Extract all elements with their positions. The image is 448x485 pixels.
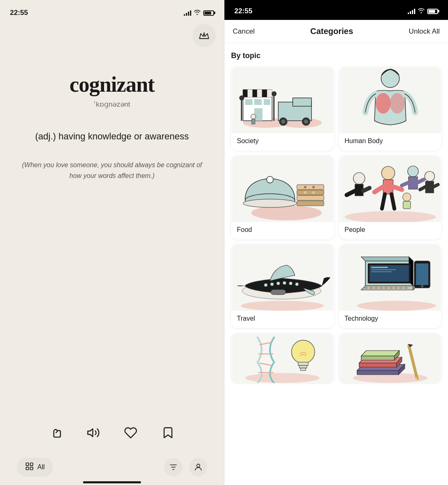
svg-rect-29 [241,98,242,121]
categories-grid: Society [231,67,441,383]
wifi-icon [194,10,201,16]
svg-point-23 [281,119,285,124]
crown-button[interactable] [192,24,216,47]
svg-rect-3 [30,467,33,470]
svg-rect-19 [264,99,270,105]
category-image-people [339,156,442,222]
svg-rect-31 [273,94,275,121]
word-definition: (adj.) having knowledge or awareness [19,129,206,143]
category-card-technology[interactable]: Technology [339,244,442,328]
category-image-education [339,333,442,383]
category-label-travel: Travel [231,311,334,328]
category-image-technology [339,244,442,311]
svg-point-65 [264,283,268,287]
category-label-food: Food [231,222,334,239]
svg-rect-16 [254,108,263,121]
svg-point-93 [245,373,320,383]
svg-rect-86 [394,287,397,289]
profile-button[interactable] [189,458,207,476]
svg-rect-10 [243,90,248,97]
svg-point-33 [381,69,399,88]
svg-point-49 [312,191,315,194]
favorite-button[interactable] [122,424,139,441]
svg-rect-83 [379,287,382,289]
svg-rect-61 [403,201,410,209]
category-card-human-body[interactable]: Human Body [339,67,442,151]
category-label-society: Society [231,133,334,151]
category-label-people: People [339,222,442,239]
category-card-society[interactable]: Society [231,67,334,151]
unlock-all-button[interactable]: Unlock All [409,27,440,36]
svg-rect-77 [371,267,387,268]
category-image-food [231,156,334,222]
svg-point-66 [270,283,274,286]
svg-rect-101 [301,368,306,370]
category-card-science[interactable] [231,333,334,383]
right-battery-icon [427,9,438,14]
svg-rect-27 [252,119,255,124]
svg-point-98 [292,340,315,363]
svg-rect-87 [399,287,402,289]
action-bar [0,424,224,453]
word-phonetic: ˈkɒɡnəzənt [94,100,130,109]
svg-rect-11 [248,90,253,97]
grid-icon [25,462,34,473]
category-card-travel[interactable]: Travel [231,244,334,328]
cancel-button[interactable]: Cancel [233,27,255,36]
svg-rect-43 [297,190,324,195]
category-card-food[interactable]: Food [231,156,334,239]
svg-rect-84 [384,287,387,289]
left-status-time: 22:55 [10,9,28,17]
word-title: cognizant [70,72,155,97]
share-button[interactable] [48,424,64,441]
signal-icon [184,10,191,16]
svg-rect-81 [369,287,373,289]
svg-rect-21 [293,98,312,106]
filter-button[interactable] [164,458,183,476]
right-panel: 22:55 Cancel Categories Unlock Al [224,0,448,485]
category-card-people[interactable]: People [339,156,442,239]
svg-rect-13 [257,90,262,97]
svg-rect-85 [389,287,392,289]
svg-rect-88 [404,287,407,289]
svg-point-34 [375,93,390,114]
svg-point-69 [289,282,292,285]
svg-point-91 [421,285,423,288]
svg-point-40 [267,176,273,183]
category-card-education[interactable] [339,333,442,383]
svg-rect-82 [374,287,377,289]
svg-point-26 [251,114,256,119]
svg-rect-18 [254,99,262,105]
right-signal-icon [408,8,415,14]
category-label-technology: Technology [339,311,442,328]
bookmark-button[interactable] [160,424,176,441]
svg-point-48 [304,191,307,194]
svg-point-60 [402,193,411,201]
svg-rect-15 [267,90,272,97]
nav-bar: All [0,453,224,485]
svg-point-58 [424,171,434,181]
svg-rect-44 [297,195,324,200]
categories-content: By topic [224,43,448,485]
svg-rect-17 [245,99,253,105]
crown-icon [199,31,209,40]
audio-button[interactable] [85,424,102,441]
svg-point-25 [304,119,308,124]
right-wifi-icon [418,7,425,15]
svg-rect-14 [262,90,267,97]
all-label: All [37,463,45,471]
svg-rect-0 [26,463,29,466]
svg-rect-45 [297,201,324,206]
nav-right-icons [164,458,207,476]
svg-point-37 [251,205,322,220]
svg-point-63 [241,301,324,311]
category-image-society [231,67,334,133]
svg-point-74 [357,301,436,311]
svg-point-41 [243,199,297,207]
svg-point-56 [407,166,418,177]
all-button[interactable]: All [17,458,53,477]
category-image-human-body [339,67,442,133]
home-indicator [83,481,141,483]
svg-rect-99 [298,362,308,366]
left-status-icons [184,10,214,16]
